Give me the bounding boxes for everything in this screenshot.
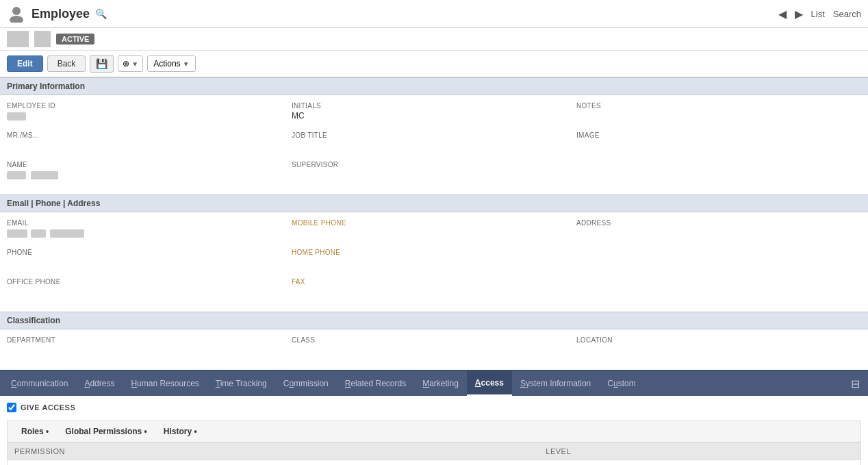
fax-extra — [576, 277, 861, 299]
sub-tab-roles[interactable]: Roles • — [13, 421, 57, 442]
phone-field: PHONE — [7, 247, 292, 270]
home-phone-value — [292, 257, 572, 268]
permission-table-body: Web ServicesFull — [8, 460, 861, 466]
svg-point-0 — [12, 7, 21, 15]
tabs-bar: Communication Address Human Resources Ti… — [0, 370, 868, 396]
tab-marketing[interactable]: Marketing — [414, 372, 467, 395]
department-label: DEPARTMENT — [7, 336, 288, 344]
email-field: EMAIL — [7, 218, 292, 240]
nav-back-button[interactable]: ◀ — [778, 8, 787, 21]
employee-id-blurred — [7, 112, 26, 121]
edit-button[interactable]: Edit — [7, 55, 43, 72]
permission-table-header-row: PERMISSION LEVEL — [8, 443, 861, 460]
office-phone-field: OFFICE PHONE — [7, 277, 292, 299]
list-link[interactable]: List — [811, 9, 825, 19]
primary-info-section: EMPLOYEE ID INITIALS MC NOTES MR./MS... … — [0, 95, 868, 194]
permission-table: PERMISSION LEVEL Web ServicesFull — [7, 442, 861, 465]
header-right: ◀ ▶ List Search — [778, 8, 861, 21]
supervisor-field: SUPERVISOR — [292, 160, 576, 182]
location-value — [576, 345, 857, 356]
address-value — [576, 228, 857, 239]
save-button[interactable]: 💾 — [90, 55, 114, 73]
notes-field: NOTES — [576, 101, 861, 123]
nav-forward-button[interactable]: ▶ — [795, 8, 803, 21]
initials-value: MC — [292, 111, 572, 122]
department-value — [7, 345, 288, 356]
mr-ms-label: MR./MS... — [7, 131, 288, 139]
header-left: Employee 🔍 — [7, 4, 107, 23]
employee-id-field: EMPLOYEE ID — [7, 101, 292, 123]
address-label: ADDRESS — [576, 219, 857, 227]
class-field: CLASS — [292, 335, 576, 357]
col-level-header: LEVEL — [539, 443, 860, 460]
mobile-phone-field: MOBILE PHONE — [292, 218, 576, 240]
tab-commission[interactable]: Commission — [275, 372, 337, 395]
fax-value — [292, 287, 572, 298]
back-button[interactable]: Back — [47, 55, 86, 72]
give-access-row: GIVE ACCESS — [7, 403, 861, 412]
primary-info-header: Primary Information — [0, 77, 868, 95]
toolbar: Edit Back 💾 ⊕ ▼ Actions ▼ — [0, 51, 868, 77]
class-value — [292, 345, 572, 356]
header-search-icon[interactable]: 🔍 — [95, 8, 107, 19]
mobile-phone-value — [292, 228, 572, 239]
fax-field: FAX — [292, 277, 576, 299]
header: Employee 🔍 ◀ ▶ List Search — [0, 0, 868, 28]
sub-tab-history[interactable]: History • — [155, 421, 205, 442]
job-title-value — [292, 140, 572, 151]
permission-cell: Web Services — [8, 460, 539, 466]
name-last-blurred — [31, 171, 58, 179]
svg-point-1 — [10, 16, 23, 23]
status-badge: ACTIVE — [56, 34, 94, 45]
job-title-label: JOB TITLE — [292, 131, 572, 139]
table-row: Web ServicesFull — [8, 460, 861, 466]
name-extra-field — [576, 160, 861, 182]
initials-field: INITIALS MC — [292, 101, 576, 123]
mobile-phone-label: MOBILE PHONE — [292, 219, 572, 227]
page-title: Employee — [31, 7, 90, 21]
tab-access[interactable]: Access — [467, 371, 512, 396]
sub-tab-global-permissions[interactable]: Global Permissions • — [57, 421, 155, 442]
classification-section: DEPARTMENT CLASS LOCATION — [0, 329, 868, 370]
actions-dropdown-arrow: ▼ — [183, 60, 190, 68]
status-bar: ACTIVE — [0, 28, 868, 51]
tab-custom[interactable]: Custom — [599, 372, 643, 395]
home-phone-field: HOME PHONE — [292, 247, 576, 270]
form-row-email: EMAIL MOBILE PHONE ADDRESS — [7, 218, 861, 240]
permission-table-head: PERMISSION LEVEL — [8, 443, 861, 460]
more-dropdown-arrow: ▼ — [131, 60, 138, 68]
address-field: ADDRESS — [576, 218, 861, 240]
address-extra — [576, 247, 861, 270]
tab-related-records[interactable]: Related Records — [337, 372, 414, 395]
tab-human-resources[interactable]: Human Resources — [123, 372, 207, 395]
classification-header: Classification — [0, 312, 868, 329]
employee-id-label: EMPLOYEE ID — [7, 102, 288, 110]
notes-value — [576, 111, 857, 122]
more-button[interactable]: ⊕ ▼ — [118, 55, 143, 72]
give-access-checkbox[interactable] — [7, 403, 16, 412]
actions-button[interactable]: Actions ▼ — [147, 55, 195, 72]
tab-time-tracking[interactable]: Time Tracking — [207, 372, 275, 395]
notes-label: NOTES — [576, 102, 857, 110]
form-row-phone: PHONE HOME PHONE — [7, 247, 861, 270]
location-field: LOCATION — [576, 335, 861, 357]
tab-communication[interactable]: Communication — [3, 372, 76, 395]
office-phone-value — [7, 287, 288, 298]
tab-expand-icon[interactable]: ⊟ — [845, 373, 865, 394]
email-phone-address-header: Email | Phone | Address — [0, 194, 868, 212]
image-label: IMAGE — [576, 131, 857, 139]
avatar-small — [34, 31, 51, 47]
mr-ms-field: MR./MS... — [7, 130, 292, 153]
fax-label: FAX — [292, 278, 572, 286]
search-link[interactable]: Search — [833, 9, 861, 19]
copy-icon: ⊕ — [123, 59, 129, 68]
supervisor-value — [292, 170, 572, 181]
tab-system-information[interactable]: System Information — [512, 372, 599, 395]
initials-label: INITIALS — [292, 102, 572, 110]
name-value — [7, 170, 288, 181]
level-cell: Full — [539, 460, 860, 466]
access-section: GIVE ACCESS Roles • Global Permissions •… — [0, 396, 868, 465]
supervisor-label: SUPERVISOR — [292, 161, 572, 168]
form-row-office: OFFICE PHONE FAX — [7, 277, 861, 299]
tab-address[interactable]: Address — [76, 372, 123, 395]
